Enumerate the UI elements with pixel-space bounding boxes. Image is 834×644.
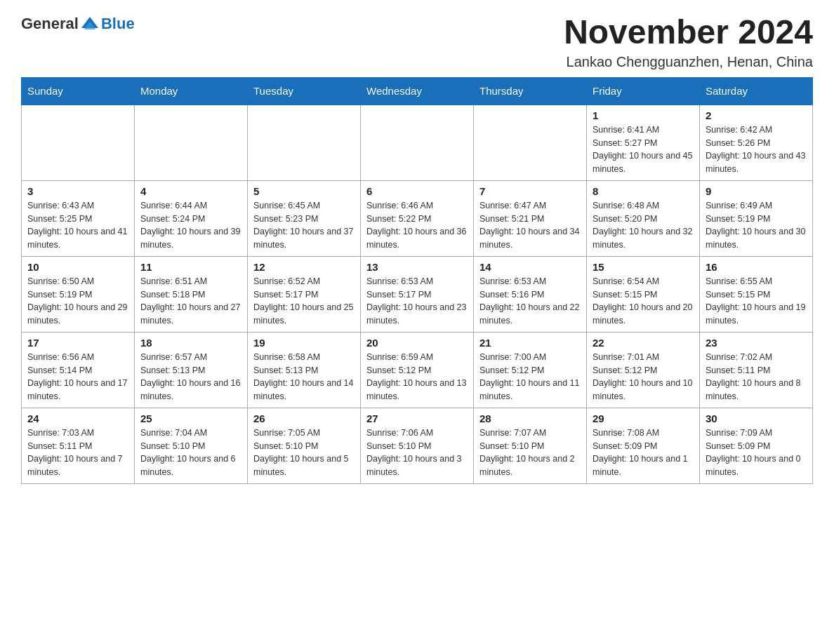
calendar-cell: 14Sunrise: 6:53 AMSunset: 5:16 PMDayligh…	[474, 256, 587, 332]
day-number: 5	[253, 185, 355, 197]
day-number: 10	[27, 261, 128, 273]
calendar-cell: 2Sunrise: 6:42 AMSunset: 5:26 PMDaylight…	[700, 105, 813, 181]
day-info: Sunrise: 6:54 AMSunset: 5:15 PMDaylight:…	[593, 275, 694, 328]
logo-text-blue: Blue	[101, 15, 135, 33]
title-area: November 2024 Lankao Chengguanzhen, Hena…	[564, 14, 813, 70]
calendar-cell: 28Sunrise: 7:07 AMSunset: 5:10 PMDayligh…	[474, 408, 587, 483]
day-number: 19	[253, 337, 355, 349]
calendar-header-tuesday: Tuesday	[248, 77, 361, 105]
day-info: Sunrise: 6:56 AMSunset: 5:14 PMDaylight:…	[27, 351, 128, 403]
day-number: 23	[706, 337, 807, 349]
calendar-cell: 10Sunrise: 6:50 AMSunset: 5:19 PMDayligh…	[22, 256, 135, 332]
calendar-header-sunday: Sunday	[22, 77, 135, 105]
calendar-cell: 25Sunrise: 7:04 AMSunset: 5:10 PMDayligh…	[135, 408, 248, 483]
calendar-cell	[361, 105, 474, 181]
calendar-cell: 21Sunrise: 7:00 AMSunset: 5:12 PMDayligh…	[474, 332, 587, 408]
calendar-cell: 16Sunrise: 6:55 AMSunset: 5:15 PMDayligh…	[700, 256, 813, 332]
calendar-cell: 30Sunrise: 7:09 AMSunset: 5:09 PMDayligh…	[700, 408, 813, 483]
day-info: Sunrise: 6:44 AMSunset: 5:24 PMDaylight:…	[140, 199, 241, 252]
calendar-cell: 6Sunrise: 6:46 AMSunset: 5:22 PMDaylight…	[361, 180, 474, 256]
day-number: 17	[27, 337, 128, 349]
day-info: Sunrise: 7:04 AMSunset: 5:10 PMDaylight:…	[140, 427, 241, 479]
day-number: 14	[479, 261, 581, 273]
logo-icon	[80, 14, 100, 34]
calendar-cell: 23Sunrise: 7:02 AMSunset: 5:11 PMDayligh…	[700, 332, 813, 408]
calendar-week-row: 1Sunrise: 6:41 AMSunset: 5:27 PMDaylight…	[22, 105, 813, 181]
day-info: Sunrise: 6:49 AMSunset: 5:19 PMDaylight:…	[706, 199, 807, 252]
day-number: 24	[27, 412, 128, 424]
day-number: 4	[140, 185, 241, 197]
day-info: Sunrise: 7:05 AMSunset: 5:10 PMDaylight:…	[253, 427, 355, 479]
day-number: 8	[593, 185, 694, 197]
calendar-cell: 17Sunrise: 6:56 AMSunset: 5:14 PMDayligh…	[22, 332, 135, 408]
calendar-header-friday: Friday	[587, 77, 700, 105]
day-number: 7	[479, 185, 581, 197]
day-info: Sunrise: 7:01 AMSunset: 5:12 PMDaylight:…	[593, 351, 694, 403]
calendar-week-row: 17Sunrise: 6:56 AMSunset: 5:14 PMDayligh…	[22, 332, 813, 408]
day-info: Sunrise: 6:48 AMSunset: 5:20 PMDaylight:…	[593, 199, 694, 252]
day-number: 13	[366, 261, 468, 273]
calendar-cell: 18Sunrise: 6:57 AMSunset: 5:13 PMDayligh…	[135, 332, 248, 408]
day-number: 20	[366, 337, 468, 349]
day-info: Sunrise: 7:09 AMSunset: 5:09 PMDaylight:…	[706, 427, 807, 479]
day-number: 26	[253, 412, 355, 424]
day-info: Sunrise: 6:45 AMSunset: 5:23 PMDaylight:…	[253, 199, 355, 252]
day-info: Sunrise: 6:53 AMSunset: 5:17 PMDaylight:…	[366, 275, 468, 328]
calendar-cell: 19Sunrise: 6:58 AMSunset: 5:13 PMDayligh…	[248, 332, 361, 408]
day-number: 3	[27, 185, 128, 197]
logo: General Blue	[21, 14, 135, 34]
calendar-cell: 15Sunrise: 6:54 AMSunset: 5:15 PMDayligh…	[587, 256, 700, 332]
day-info: Sunrise: 6:52 AMSunset: 5:17 PMDaylight:…	[253, 275, 355, 328]
calendar-header-thursday: Thursday	[474, 77, 587, 105]
day-info: Sunrise: 7:08 AMSunset: 5:09 PMDaylight:…	[593, 427, 694, 479]
day-info: Sunrise: 6:47 AMSunset: 5:21 PMDaylight:…	[479, 199, 581, 252]
calendar-cell: 26Sunrise: 7:05 AMSunset: 5:10 PMDayligh…	[248, 408, 361, 483]
day-number: 15	[593, 261, 694, 273]
calendar-cell: 4Sunrise: 6:44 AMSunset: 5:24 PMDaylight…	[135, 180, 248, 256]
calendar-cell	[474, 105, 587, 181]
calendar-week-row: 24Sunrise: 7:03 AMSunset: 5:11 PMDayligh…	[22, 408, 813, 483]
day-info: Sunrise: 6:57 AMSunset: 5:13 PMDaylight:…	[140, 351, 241, 403]
calendar: SundayMondayTuesdayWednesdayThursdayFrid…	[21, 77, 813, 484]
day-info: Sunrise: 7:02 AMSunset: 5:11 PMDaylight:…	[706, 351, 807, 403]
day-number: 30	[706, 412, 807, 424]
day-number: 16	[706, 261, 807, 273]
calendar-cell: 3Sunrise: 6:43 AMSunset: 5:25 PMDaylight…	[22, 180, 135, 256]
day-number: 12	[253, 261, 355, 273]
page-title: November 2024	[564, 14, 813, 51]
day-number: 29	[593, 412, 694, 424]
day-number: 22	[593, 337, 694, 349]
calendar-header-saturday: Saturday	[700, 77, 813, 105]
calendar-cell: 5Sunrise: 6:45 AMSunset: 5:23 PMDaylight…	[248, 180, 361, 256]
calendar-cell	[248, 105, 361, 181]
day-number: 1	[593, 109, 694, 121]
day-number: 18	[140, 337, 241, 349]
calendar-cell: 20Sunrise: 6:59 AMSunset: 5:12 PMDayligh…	[361, 332, 474, 408]
calendar-cell: 12Sunrise: 6:52 AMSunset: 5:17 PMDayligh…	[248, 256, 361, 332]
calendar-cell: 1Sunrise: 6:41 AMSunset: 5:27 PMDaylight…	[587, 105, 700, 181]
calendar-cell: 8Sunrise: 6:48 AMSunset: 5:20 PMDaylight…	[587, 180, 700, 256]
calendar-header-row: SundayMondayTuesdayWednesdayThursdayFrid…	[22, 77, 813, 105]
day-info: Sunrise: 6:59 AMSunset: 5:12 PMDaylight:…	[366, 351, 468, 403]
calendar-cell: 27Sunrise: 7:06 AMSunset: 5:10 PMDayligh…	[361, 408, 474, 483]
calendar-cell	[135, 105, 248, 181]
header-area: General Blue November 2024 Lankao Chengg…	[21, 14, 813, 70]
day-number: 21	[479, 337, 581, 349]
day-number: 28	[479, 412, 581, 424]
logo-text-general: General	[21, 15, 79, 33]
day-number: 25	[140, 412, 241, 424]
calendar-cell: 13Sunrise: 6:53 AMSunset: 5:17 PMDayligh…	[361, 256, 474, 332]
day-info: Sunrise: 6:50 AMSunset: 5:19 PMDaylight:…	[27, 275, 128, 328]
day-info: Sunrise: 6:58 AMSunset: 5:13 PMDaylight:…	[253, 351, 355, 403]
day-info: Sunrise: 7:03 AMSunset: 5:11 PMDaylight:…	[27, 427, 128, 479]
calendar-cell: 22Sunrise: 7:01 AMSunset: 5:12 PMDayligh…	[587, 332, 700, 408]
day-info: Sunrise: 6:41 AMSunset: 5:27 PMDaylight:…	[593, 123, 694, 176]
day-number: 11	[140, 261, 241, 273]
day-info: Sunrise: 7:07 AMSunset: 5:10 PMDaylight:…	[479, 427, 581, 479]
day-info: Sunrise: 6:42 AMSunset: 5:26 PMDaylight:…	[706, 123, 807, 176]
day-info: Sunrise: 6:51 AMSunset: 5:18 PMDaylight:…	[140, 275, 241, 328]
day-info: Sunrise: 6:55 AMSunset: 5:15 PMDaylight:…	[706, 275, 807, 328]
calendar-cell	[22, 105, 135, 181]
calendar-week-row: 10Sunrise: 6:50 AMSunset: 5:19 PMDayligh…	[22, 256, 813, 332]
day-info: Sunrise: 7:00 AMSunset: 5:12 PMDaylight:…	[479, 351, 581, 403]
